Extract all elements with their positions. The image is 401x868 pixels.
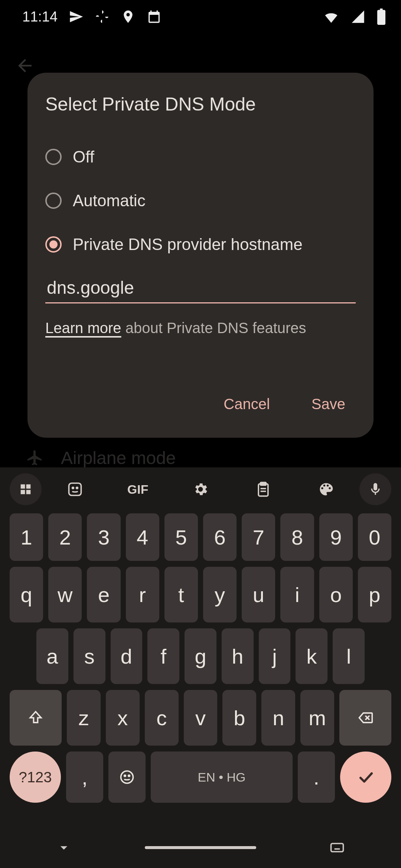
key-v[interactable]: v (184, 690, 218, 746)
learn-more-text: Learn more about Private DNS features (45, 320, 356, 336)
pinwheel-icon (95, 9, 110, 24)
key-y[interactable]: y (203, 567, 237, 622)
kbd-toolbar-theme-icon[interactable] (297, 473, 355, 505)
battery-icon (376, 9, 386, 25)
nav-bar (0, 827, 401, 868)
key-h[interactable]: h (222, 628, 254, 684)
key-q[interactable]: q (10, 567, 43, 622)
svg-point-1 (72, 487, 74, 489)
private-dns-dialog: Select Private DNS Mode Off Automatic Pr… (27, 73, 374, 438)
key-t[interactable]: t (164, 567, 198, 622)
key-period[interactable]: . (298, 752, 335, 803)
location-icon (121, 9, 136, 24)
radio-off-label: Off (73, 148, 94, 166)
key-7[interactable]: 7 (242, 513, 275, 561)
key-3[interactable]: 3 (87, 513, 120, 561)
svg-point-2 (76, 487, 78, 489)
svg-point-10 (124, 775, 126, 777)
radio-hostname[interactable]: Private DNS provider hostname (45, 223, 356, 266)
key-x[interactable]: x (106, 690, 140, 746)
key-5[interactable]: 5 (164, 513, 198, 561)
key-e[interactable]: e (87, 567, 120, 622)
key-backspace[interactable] (339, 690, 391, 746)
key-o[interactable]: o (319, 567, 353, 622)
svg-point-11 (128, 775, 130, 777)
key-1[interactable]: 1 (10, 513, 43, 561)
key-comma[interactable]: , (66, 752, 103, 803)
key-s[interactable]: s (74, 628, 105, 684)
key-w[interactable]: w (48, 567, 82, 622)
dns-hostname-input[interactable] (45, 270, 356, 303)
key-j[interactable]: j (259, 628, 291, 684)
key-n[interactable]: n (261, 690, 295, 746)
key-k[interactable]: k (296, 628, 327, 684)
send-icon (69, 9, 84, 24)
svg-rect-4 (260, 483, 266, 485)
key-emoji[interactable] (108, 752, 146, 803)
wifi-icon (323, 9, 339, 25)
key-9[interactable]: 9 (319, 513, 353, 561)
keyboard: GIF 1 2 3 4 5 6 7 8 9 0 (0, 467, 401, 868)
kbd-toolbar-apps-icon[interactable] (10, 473, 42, 505)
key-c[interactable]: c (145, 690, 179, 746)
key-l[interactable]: l (333, 628, 365, 684)
radio-selected-icon (45, 236, 62, 253)
calendar-icon (147, 9, 162, 24)
radio-icon (45, 149, 62, 165)
key-enter[interactable] (340, 752, 391, 803)
key-shift[interactable] (10, 690, 62, 746)
key-0[interactable]: 0 (358, 513, 391, 561)
kbd-toolbar-mic-icon[interactable] (359, 473, 391, 505)
key-i[interactable]: i (280, 567, 314, 622)
save-button[interactable]: Save (301, 388, 356, 420)
signal-icon (351, 9, 365, 24)
key-m[interactable]: m (300, 690, 334, 746)
back-arrow-icon (15, 56, 35, 76)
cancel-button[interactable]: Cancel (213, 388, 280, 420)
key-g[interactable]: g (185, 628, 216, 684)
key-b[interactable]: b (222, 690, 256, 746)
kbd-collapse-icon[interactable] (56, 839, 72, 856)
key-6[interactable]: 6 (203, 513, 237, 561)
kbd-toolbar-sticker-icon[interactable] (46, 473, 104, 505)
key-4[interactable]: 4 (126, 513, 159, 561)
key-a[interactable]: a (36, 628, 68, 684)
learn-more-link[interactable]: Learn more (45, 320, 121, 336)
svg-rect-0 (69, 483, 81, 496)
key-2[interactable]: 2 (48, 513, 82, 561)
status-time: 11:14 (22, 9, 58, 25)
key-space[interactable]: EN • HG (151, 752, 293, 803)
radio-automatic[interactable]: Automatic (45, 179, 356, 223)
radio-icon (45, 193, 62, 209)
status-bar: 11:14 (0, 0, 401, 33)
nav-home-pill[interactable] (145, 846, 256, 849)
kbd-number-row: 1 2 3 4 5 6 7 8 9 0 (10, 513, 391, 561)
key-r[interactable]: r (126, 567, 159, 622)
radio-automatic-label: Automatic (73, 191, 146, 210)
key-z[interactable]: z (67, 690, 101, 746)
kbd-toolbar-settings-icon[interactable] (172, 473, 230, 505)
key-u[interactable]: u (242, 567, 275, 622)
key-symbols[interactable]: ?123 (10, 752, 61, 803)
svg-rect-12 (331, 844, 343, 852)
svg-point-9 (121, 771, 133, 783)
kbd-toolbar-gif-icon[interactable]: GIF (109, 473, 167, 505)
radio-hostname-label: Private DNS provider hostname (73, 235, 303, 254)
key-f[interactable]: f (147, 628, 179, 684)
kbd-toolbar-clipboard-icon[interactable] (234, 473, 292, 505)
dialog-title: Select Private DNS Mode (45, 93, 356, 115)
key-p[interactable]: p (358, 567, 391, 622)
kbd-switch-icon[interactable] (329, 839, 345, 856)
key-d[interactable]: d (111, 628, 143, 684)
radio-off[interactable]: Off (45, 135, 356, 179)
key-8[interactable]: 8 (280, 513, 314, 561)
